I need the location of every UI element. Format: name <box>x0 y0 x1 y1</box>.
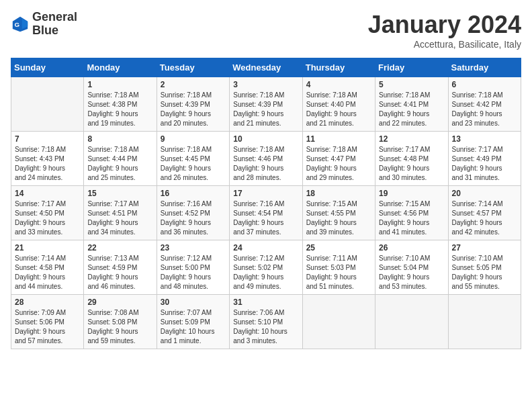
day-number: 2 <box>161 80 226 89</box>
day-number: 16 <box>161 189 226 198</box>
calendar-cell: 17Sunrise: 7:16 AM Sunset: 4:54 PM Dayli… <box>230 186 302 240</box>
day-info: Sunrise: 7:18 AM Sunset: 4:43 PM Dayligh… <box>15 145 80 183</box>
calendar-subtitle: Accettura, Basilicate, Italy <box>368 39 521 50</box>
day-number: 17 <box>233 189 298 198</box>
day-info: Sunrise: 7:12 AM Sunset: 5:02 PM Dayligh… <box>233 254 298 291</box>
day-info: Sunrise: 7:12 AM Sunset: 5:00 PM Dayligh… <box>161 254 226 291</box>
day-number: 30 <box>161 298 226 307</box>
calendar-cell: 21Sunrise: 7:14 AM Sunset: 4:58 PM Dayli… <box>11 240 84 295</box>
calendar-cell: 11Sunrise: 7:18 AM Sunset: 4:47 PM Dayli… <box>302 132 375 186</box>
calendar-week-row: 1Sunrise: 7:18 AM Sunset: 4:38 PM Daylig… <box>11 77 521 132</box>
calendar-cell: 28Sunrise: 7:09 AM Sunset: 5:06 PM Dayli… <box>11 295 84 349</box>
calendar-week-row: 28Sunrise: 7:09 AM Sunset: 5:06 PM Dayli… <box>11 295 521 349</box>
calendar-week-row: 21Sunrise: 7:14 AM Sunset: 4:58 PM Dayli… <box>11 240 521 295</box>
logo-text: General Blue <box>32 11 77 38</box>
day-info: Sunrise: 7:06 AM Sunset: 5:10 PM Dayligh… <box>233 308 298 346</box>
calendar-cell: 27Sunrise: 7:10 AM Sunset: 5:05 PM Dayli… <box>448 240 521 295</box>
day-number: 22 <box>87 243 152 253</box>
day-info: Sunrise: 7:18 AM Sunset: 4:39 PM Dayligh… <box>161 91 226 128</box>
day-info: Sunrise: 7:10 AM Sunset: 5:04 PM Dayligh… <box>379 254 444 291</box>
column-header-tuesday: Tuesday <box>157 58 229 77</box>
logo-icon: G <box>11 15 30 34</box>
day-info: Sunrise: 7:18 AM Sunset: 4:40 PM Dayligh… <box>306 91 371 128</box>
calendar-cell <box>375 295 448 349</box>
day-info: Sunrise: 7:08 AM Sunset: 5:08 PM Dayligh… <box>87 308 152 346</box>
day-info: Sunrise: 7:18 AM Sunset: 4:47 PM Dayligh… <box>306 145 371 183</box>
day-info: Sunrise: 7:15 AM Sunset: 4:55 PM Dayligh… <box>306 199 371 237</box>
day-number: 29 <box>87 298 152 307</box>
day-info: Sunrise: 7:18 AM Sunset: 4:41 PM Dayligh… <box>379 91 444 128</box>
calendar-cell: 12Sunrise: 7:17 AM Sunset: 4:48 PM Dayli… <box>375 132 448 186</box>
day-info: Sunrise: 7:15 AM Sunset: 4:56 PM Dayligh… <box>379 199 444 237</box>
day-number: 9 <box>161 134 226 144</box>
calendar-cell: 15Sunrise: 7:17 AM Sunset: 4:51 PM Dayli… <box>84 186 157 240</box>
day-number: 13 <box>452 134 517 144</box>
calendar-header-row: SundayMondayTuesdayWednesdayThursdayFrid… <box>11 58 521 77</box>
day-info: Sunrise: 7:11 AM Sunset: 5:03 PM Dayligh… <box>306 254 371 291</box>
calendar-cell: 1Sunrise: 7:18 AM Sunset: 4:38 PM Daylig… <box>84 77 157 132</box>
calendar-cell: 3Sunrise: 7:18 AM Sunset: 4:39 PM Daylig… <box>230 77 302 132</box>
calendar-cell: 19Sunrise: 7:15 AM Sunset: 4:56 PM Dayli… <box>375 186 448 240</box>
calendar-cell: 10Sunrise: 7:18 AM Sunset: 4:46 PM Dayli… <box>230 132 302 186</box>
day-number: 11 <box>306 134 371 144</box>
calendar-cell: 26Sunrise: 7:10 AM Sunset: 5:04 PM Dayli… <box>375 240 448 295</box>
title-block: January 2024 Accettura, Basilicate, Ital… <box>368 11 521 50</box>
logo: G General Blue <box>11 11 77 38</box>
day-number: 24 <box>233 243 298 253</box>
day-info: Sunrise: 7:18 AM Sunset: 4:45 PM Dayligh… <box>161 145 226 183</box>
day-info: Sunrise: 7:17 AM Sunset: 4:49 PM Dayligh… <box>452 145 517 183</box>
day-number: 21 <box>15 243 80 253</box>
calendar-cell: 9Sunrise: 7:18 AM Sunset: 4:45 PM Daylig… <box>157 132 229 186</box>
day-number: 8 <box>87 134 152 144</box>
calendar-cell: 20Sunrise: 7:14 AM Sunset: 4:57 PM Dayli… <box>448 186 521 240</box>
day-number: 7 <box>15 134 80 144</box>
day-info: Sunrise: 7:09 AM Sunset: 5:06 PM Dayligh… <box>15 308 80 346</box>
calendar-cell: 23Sunrise: 7:12 AM Sunset: 5:00 PM Dayli… <box>157 240 229 295</box>
day-number: 12 <box>379 134 444 144</box>
column-header-wednesday: Wednesday <box>230 58 302 77</box>
calendar-cell <box>302 295 375 349</box>
day-info: Sunrise: 7:18 AM Sunset: 4:44 PM Dayligh… <box>87 145 152 183</box>
page-header: G General Blue January 2024 Accettura, B… <box>11 11 521 50</box>
day-info: Sunrise: 7:16 AM Sunset: 4:52 PM Dayligh… <box>161 199 226 237</box>
day-info: Sunrise: 7:18 AM Sunset: 4:42 PM Dayligh… <box>452 91 517 128</box>
day-number: 10 <box>233 134 298 144</box>
day-number: 20 <box>452 189 517 198</box>
day-number: 27 <box>452 243 517 253</box>
calendar-cell: 29Sunrise: 7:08 AM Sunset: 5:08 PM Dayli… <box>84 295 157 349</box>
day-number: 31 <box>233 298 298 307</box>
day-number: 5 <box>379 80 444 89</box>
column-header-thursday: Thursday <box>302 58 375 77</box>
column-header-saturday: Saturday <box>448 58 521 77</box>
day-number: 28 <box>15 298 80 307</box>
day-info: Sunrise: 7:17 AM Sunset: 4:51 PM Dayligh… <box>87 199 152 237</box>
day-info: Sunrise: 7:18 AM Sunset: 4:38 PM Dayligh… <box>87 91 152 128</box>
column-header-friday: Friday <box>375 58 448 77</box>
column-header-monday: Monday <box>84 58 157 77</box>
day-number: 4 <box>306 80 371 89</box>
day-info: Sunrise: 7:10 AM Sunset: 5:05 PM Dayligh… <box>452 254 517 291</box>
calendar-cell: 22Sunrise: 7:13 AM Sunset: 4:59 PM Dayli… <box>84 240 157 295</box>
logo-line1: General <box>32 11 77 24</box>
logo-line2: Blue <box>32 24 77 38</box>
calendar-cell <box>11 77 84 132</box>
day-info: Sunrise: 7:13 AM Sunset: 4:59 PM Dayligh… <box>87 254 152 291</box>
calendar-cell: 14Sunrise: 7:17 AM Sunset: 4:50 PM Dayli… <box>11 186 84 240</box>
calendar-week-row: 7Sunrise: 7:18 AM Sunset: 4:43 PM Daylig… <box>11 132 521 186</box>
day-number: 25 <box>306 243 371 253</box>
calendar-cell: 4Sunrise: 7:18 AM Sunset: 4:40 PM Daylig… <box>302 77 375 132</box>
svg-text:G: G <box>15 21 20 28</box>
column-header-sunday: Sunday <box>11 58 84 77</box>
day-number: 19 <box>379 189 444 198</box>
day-number: 1 <box>87 80 152 89</box>
day-info: Sunrise: 7:14 AM Sunset: 4:58 PM Dayligh… <box>15 254 80 291</box>
calendar-week-row: 14Sunrise: 7:17 AM Sunset: 4:50 PM Dayli… <box>11 186 521 240</box>
calendar-cell: 25Sunrise: 7:11 AM Sunset: 5:03 PM Dayli… <box>302 240 375 295</box>
day-info: Sunrise: 7:18 AM Sunset: 4:39 PM Dayligh… <box>233 91 298 128</box>
day-number: 14 <box>15 189 80 198</box>
day-number: 6 <box>452 80 517 89</box>
day-info: Sunrise: 7:14 AM Sunset: 4:57 PM Dayligh… <box>452 199 517 237</box>
calendar-cell: 8Sunrise: 7:18 AM Sunset: 4:44 PM Daylig… <box>84 132 157 186</box>
day-info: Sunrise: 7:07 AM Sunset: 5:09 PM Dayligh… <box>161 308 226 346</box>
calendar-table: SundayMondayTuesdayWednesdayThursdayFrid… <box>11 58 521 349</box>
